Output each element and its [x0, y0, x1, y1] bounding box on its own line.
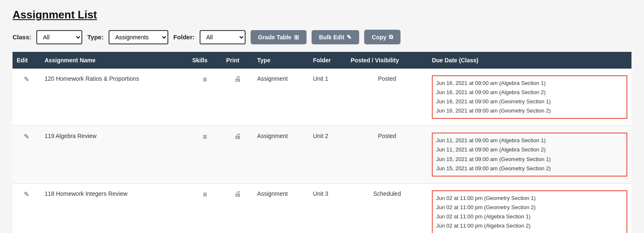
print-icon[interactable]: 🖨 [234, 133, 241, 140]
copy-button[interactable]: Copy ⧉ [364, 30, 401, 44]
bulk-edit-button[interactable]: Bulk Edit ✎ [312, 30, 360, 44]
assignment-name: 118 Homework Integers Review [41, 183, 188, 233]
visibility-cell: Posted [347, 69, 428, 126]
due-date-line: Jun 15, 2021 at 09:00 am (Geometry Secti… [436, 155, 623, 164]
skills-icon[interactable]: ≡ [203, 133, 208, 141]
grade-table-button[interactable]: Grade Table ⊞ [251, 30, 307, 44]
print-icon[interactable]: 🖨 [234, 190, 241, 197]
skills-icon[interactable]: ≡ [203, 190, 208, 199]
col-visibility: Posted / Visibility [347, 52, 428, 69]
print-icon[interactable]: 🖨 [234, 75, 241, 82]
due-date-line: Jun 16, 2021 at 09:00 am (Geometry Secti… [436, 106, 623, 115]
type-cell: Assignment [253, 69, 309, 126]
due-date-line: Jun 11, 2021 at 09:00 am (Algebra Sectio… [436, 145, 623, 154]
assignment-name: 120 Homework Ratios & Proportions [41, 69, 188, 126]
folder-cell: Unit 1 [309, 69, 346, 126]
col-skills: Skills [188, 52, 222, 69]
edit-cell: ✎ [13, 126, 41, 183]
due-date-line: Jun 16, 2021 at 09:00 am (Geometry Secti… [436, 97, 623, 106]
col-edit: Edit [13, 52, 41, 69]
folder-cell: Unit 2 [309, 126, 346, 183]
bulk-edit-icon: ✎ [347, 34, 352, 41]
copy-icon: ⧉ [389, 33, 393, 41]
col-due-date: Due Date (Class) [428, 52, 631, 69]
copy-label: Copy [372, 34, 386, 41]
edit-icon[interactable]: ✎ [24, 76, 29, 83]
visibility-cell: Posted [347, 126, 428, 183]
edit-cell: ✎ [13, 69, 41, 126]
table-row: ✎118 Homework Integers Review≡🖨Assignmen… [13, 183, 631, 233]
col-type: Type [253, 52, 309, 69]
visibility-cell: Scheduled [347, 183, 428, 233]
skills-cell: ≡ [188, 126, 222, 183]
due-date-cell: Jun 11, 2021 at 09:00 am (Algebra Sectio… [428, 126, 631, 183]
print-cell: 🖨 [222, 183, 253, 233]
table-header-row: Edit Assignment Name Skills Print Type F… [13, 52, 631, 69]
table-row: ✎119 Algebra Review≡🖨AssignmentUnit 2Pos… [13, 126, 631, 183]
grade-table-label: Grade Table [258, 34, 292, 41]
due-date-cell: Jun 02 at 11:00 pm (Geometry Section 1)J… [428, 183, 631, 233]
print-cell: 🖨 [222, 126, 253, 183]
due-date-line: Jun 16, 2021 at 09:00 am (Algebra Sectio… [436, 79, 623, 88]
due-date-line: Jun 02 at 11:00 pm (Geometry Section 1) [436, 194, 623, 203]
folder-select[interactable]: All [200, 30, 246, 44]
due-date-line: Jun 11, 2021 at 09:00 am (Algebra Sectio… [436, 136, 623, 145]
col-name: Assignment Name [41, 52, 188, 69]
col-folder: Folder [309, 52, 346, 69]
due-date-line: Jun 02 at 11:00 pm (Geometry Section 2) [436, 203, 623, 212]
assignment-name: 119 Algebra Review [41, 126, 188, 183]
folder-cell: Unit 3 [309, 183, 346, 233]
due-date-line: Jun 02 at 11:00 pm (Algebra Section 2) [436, 221, 623, 230]
type-label: Type: [87, 33, 104, 41]
print-cell: 🖨 [222, 69, 253, 126]
type-cell: Assignment [253, 126, 309, 183]
class-select[interactable]: All [36, 30, 82, 44]
toolbar: Class: All Type: Assignments Quizzes Tes… [13, 30, 631, 44]
due-date-cell: Jun 16, 2021 at 09:00 am (Algebra Sectio… [428, 69, 631, 126]
skills-cell: ≡ [188, 183, 222, 233]
due-date-line: Jun 15, 2021 at 09:00 am (Geometry Secti… [436, 164, 623, 173]
assignment-table: Edit Assignment Name Skills Print Type F… [13, 52, 631, 233]
folder-label: Folder: [173, 33, 195, 41]
type-cell: Assignment [253, 183, 309, 233]
edit-cell: ✎ [13, 183, 41, 233]
due-date-line: Jun 16, 2021 at 09:00 am (Algebra Sectio… [436, 88, 623, 97]
page-title: Assignment List [13, 8, 631, 21]
due-date-line: Jun 02 at 11:00 pm (Algebra Section 1) [436, 212, 623, 221]
edit-icon[interactable]: ✎ [24, 133, 29, 140]
type-select[interactable]: Assignments Quizzes Tests [109, 30, 168, 44]
class-label: Class: [13, 33, 31, 41]
col-print: Print [222, 52, 253, 69]
grade-table-icon: ⊞ [294, 34, 299, 41]
edit-icon[interactable]: ✎ [24, 191, 29, 198]
skills-cell: ≡ [188, 69, 222, 126]
bulk-edit-label: Bulk Edit [319, 34, 345, 41]
skills-icon[interactable]: ≡ [203, 75, 208, 84]
table-row: ✎120 Homework Ratios & Proportions≡🖨Assi… [13, 69, 631, 126]
